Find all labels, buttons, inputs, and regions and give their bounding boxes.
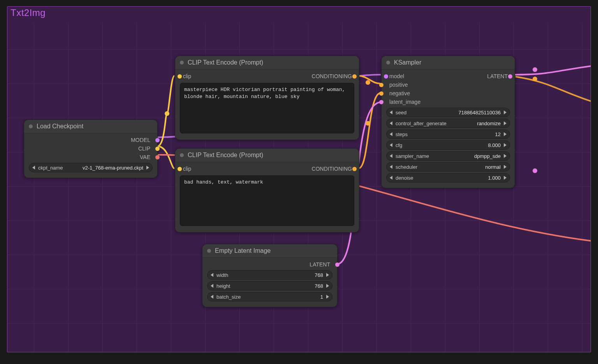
output-vae[interactable]: VAE bbox=[24, 153, 157, 161]
node-title: Empty Latent Image bbox=[215, 247, 271, 254]
arrow-left-icon[interactable] bbox=[390, 176, 392, 180]
arrow-right-icon[interactable] bbox=[504, 143, 507, 147]
input-latent-image[interactable]: latent_image bbox=[382, 98, 515, 106]
arrow-right-icon[interactable] bbox=[504, 132, 507, 136]
arrow-left-icon[interactable] bbox=[211, 273, 213, 277]
arrow-left-icon[interactable] bbox=[390, 165, 392, 169]
input-clip-label: clip bbox=[183, 73, 191, 79]
port-latent-out[interactable] bbox=[508, 74, 512, 79]
node-status-dot-icon bbox=[207, 249, 211, 253]
arrow-left-icon[interactable] bbox=[32, 166, 35, 170]
node-status-dot-icon bbox=[29, 124, 33, 128]
widget-ckpt-name[interactable]: ckpt_name v2-1_768-ema-pruned.ckpt bbox=[29, 163, 153, 172]
arrow-left-icon[interactable] bbox=[390, 154, 392, 158]
prompt-text-input[interactable]: bad hands, text, watermark bbox=[180, 175, 354, 226]
widget-denoise[interactable]: denoise 1.000 bbox=[386, 173, 510, 182]
port-clip-in[interactable] bbox=[178, 74, 182, 79]
node-status-dot-icon bbox=[180, 153, 184, 157]
widget-control-after-generate[interactable]: control_after_generate randomize bbox=[386, 119, 510, 128]
port-clip-in[interactable] bbox=[178, 167, 182, 171]
port-positive-in[interactable] bbox=[379, 83, 383, 87]
port-negative-in[interactable] bbox=[379, 91, 383, 96]
arrow-right-icon[interactable] bbox=[326, 273, 329, 277]
widget-seed[interactable]: seed 718864825110036 bbox=[386, 108, 510, 117]
arrow-right-icon[interactable] bbox=[326, 284, 329, 288]
arrow-right-icon[interactable] bbox=[326, 295, 329, 299]
arrow-left-icon[interactable] bbox=[390, 110, 392, 114]
node-header[interactable]: KSampler bbox=[382, 56, 515, 70]
arrow-right-icon[interactable] bbox=[504, 121, 507, 125]
port-latent-out[interactable] bbox=[335, 262, 339, 267]
node-load-checkpoint[interactable]: Load Checkpoint MODEL CLIP VAE ckpt_name… bbox=[24, 119, 158, 178]
port-latent-in[interactable] bbox=[379, 100, 383, 104]
output-cond-label: CONDITIONING bbox=[312, 166, 352, 172]
input-clip-label: clip bbox=[183, 166, 191, 172]
output-latent-label: LATENT bbox=[487, 73, 508, 79]
arrow-left-icon[interactable] bbox=[390, 143, 392, 147]
widget-sampler-name[interactable]: sampler_name dpmpp_sde bbox=[386, 151, 510, 161]
node-clip-text-encode-negative[interactable]: CLIP Text Encode (Prompt) clip CONDITION… bbox=[175, 148, 359, 233]
group-title: Txt2Img bbox=[11, 7, 46, 18]
arrow-left-icon[interactable] bbox=[390, 121, 392, 125]
arrow-right-icon[interactable] bbox=[146, 166, 149, 170]
widget-width[interactable]: width 768 bbox=[207, 270, 332, 280]
arrow-left-icon[interactable] bbox=[211, 284, 213, 288]
node-header[interactable]: CLIP Text Encode (Prompt) bbox=[175, 149, 359, 162]
port-model-in[interactable] bbox=[384, 74, 388, 79]
widget-cfg[interactable]: cfg 8.000 bbox=[386, 140, 510, 150]
port-cond-out[interactable] bbox=[352, 167, 357, 171]
arrow-left-icon[interactable] bbox=[211, 295, 213, 299]
node-title: Load Checkpoint bbox=[37, 123, 83, 130]
widget-batch-size[interactable]: batch_size 1 bbox=[207, 292, 332, 301]
node-empty-latent-image[interactable]: Empty Latent Image LATENT width 768 heig… bbox=[202, 244, 338, 307]
arrow-left-icon[interactable] bbox=[390, 132, 392, 136]
node-clip-text-encode-positive[interactable]: CLIP Text Encode (Prompt) clip CONDITION… bbox=[175, 56, 359, 140]
input-model-label: model bbox=[389, 73, 404, 79]
widget-steps[interactable]: steps 12 bbox=[386, 130, 510, 139]
input-negative[interactable]: negative bbox=[382, 89, 515, 98]
output-model[interactable]: MODEL bbox=[24, 136, 157, 144]
port-model-out[interactable] bbox=[155, 138, 160, 142]
node-title: KSampler bbox=[394, 59, 421, 66]
port-clip-out[interactable] bbox=[155, 147, 160, 151]
node-status-dot-icon bbox=[180, 61, 184, 65]
output-cond-label: CONDITIONING bbox=[312, 73, 352, 79]
node-title: CLIP Text Encode (Prompt) bbox=[188, 152, 263, 159]
arrow-right-icon[interactable] bbox=[504, 110, 507, 114]
node-title: CLIP Text Encode (Prompt) bbox=[188, 59, 263, 66]
output-clip[interactable]: CLIP bbox=[24, 144, 157, 153]
arrow-right-icon[interactable] bbox=[504, 154, 507, 158]
widget-height[interactable]: height 768 bbox=[207, 281, 332, 290]
node-header[interactable]: Empty Latent Image bbox=[202, 244, 337, 258]
input-positive[interactable]: positive bbox=[382, 80, 515, 89]
node-ksampler[interactable]: KSampler model LATENT positive negative bbox=[381, 56, 515, 188]
arrow-right-icon[interactable] bbox=[504, 176, 507, 180]
arrow-right-icon[interactable] bbox=[504, 165, 507, 169]
node-graph-group[interactable]: Txt2Img Load Checkpoint bbox=[7, 6, 591, 352]
prompt-text-input[interactable]: masterpiece HDR victorian portrait paint… bbox=[180, 83, 354, 133]
output-latent[interactable]: LATENT bbox=[202, 260, 337, 269]
port-vae-out[interactable] bbox=[155, 155, 160, 159]
node-header[interactable]: CLIP Text Encode (Prompt) bbox=[175, 56, 359, 70]
node-header[interactable]: Load Checkpoint bbox=[24, 120, 157, 133]
port-cond-out[interactable] bbox=[352, 74, 357, 79]
widget-scheduler[interactable]: scheduler normal bbox=[386, 162, 510, 172]
node-status-dot-icon bbox=[386, 61, 390, 65]
